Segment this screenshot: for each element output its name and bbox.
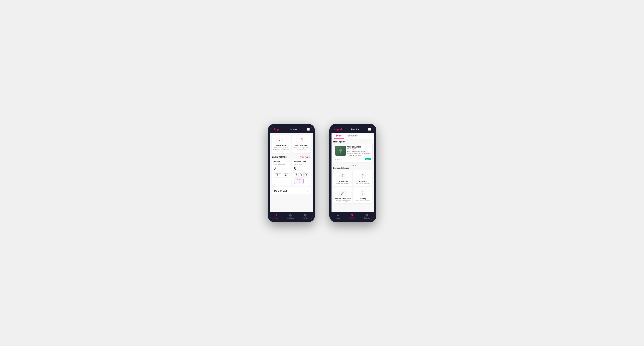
drill-description: Play 1 shot at each target yardage. If y… [348,150,370,157]
drill-title: Wedge Ladder [348,146,370,148]
dot-4 [355,165,356,166]
arg-label: ARG [305,173,308,174]
svg-point-19 [363,176,363,176]
tee-title: Off The Tee [338,180,348,182]
rounds-title: Rounds [274,161,289,163]
nav-activities-label: Activities [287,217,294,219]
short-icon-area [339,189,347,197]
practice-label: Practice [284,173,288,174]
svg-point-26 [344,193,344,193]
logo-home: clippd [273,128,280,131]
svg-point-31 [362,191,363,192]
app-label: APP [300,173,303,174]
nav-activities-label-2: Activities [349,217,356,219]
nav-capture[interactable]: Capture [302,214,308,219]
view-activity-link[interactable]: View Activity [300,156,310,158]
practice-content: Most Popular [332,139,374,212]
shots-label: ⊙ 9 shots [335,158,342,160]
add-practice-title: Add Practice [295,144,308,147]
approach-icon-area [359,172,367,180]
add-practice-card[interactable]: Add Practice Capture your practice off-t… [292,135,311,153]
nav-home-practice[interactable]: Home [336,214,340,219]
skill-off-the-tee[interactable]: Off The Tee Power and accuracy [333,170,352,186]
app-cell: APP 4 [299,172,304,177]
skill-approach[interactable]: Approach Dial-in to hit the green [354,170,372,186]
activities-nav-icon [289,214,292,217]
nav-activities-practice[interactable]: Activities [349,214,356,219]
drills-grid: OTT 0 APP 4 ARG 0 [294,172,309,184]
rounds-total: 0 [274,166,289,171]
putt-value: 4 [295,180,303,183]
ott-value: 0 [295,174,298,176]
app-badge: APP [365,158,370,160]
featured-drill-wrapper: Wedge Ladder 50–100 yds Play 1 shot at e… [333,144,372,164]
home-nav-icon [275,214,278,217]
nav-home-label: Home [274,217,279,219]
svg-point-14 [360,173,366,179]
home-nav-icon-2 [336,214,340,217]
drills-title: Practice Drills [294,161,309,163]
nav-activities[interactable]: Activities [287,214,294,219]
nav-capture-label: Capture [302,217,308,219]
putt-cell: PUTT 4 [294,178,304,184]
app-value: 4 [300,174,303,176]
add-round-icon [279,137,284,143]
skill-around-green[interactable]: Around The Green Hone your short game [333,187,352,203]
explore-label: Explore skill areas [333,167,372,169]
putt-title: Putting [360,198,366,200]
hamburger-menu-practice[interactable] [368,128,371,131]
approach-sub: Dial-in to hit the green [356,183,370,184]
svg-point-17 [363,175,364,175]
golf-bag-row[interactable]: My Golf Bag › [272,187,311,194]
capture-nav-icon [304,214,307,217]
nav-capture-practice[interactable]: Capture [364,214,370,219]
tab-favourites[interactable]: Favourites [344,133,360,139]
drills-box: Practice Drills Drills Capture 8 OTT 0 A… [292,159,311,186]
hamburger-menu[interactable] [307,128,310,131]
top-bar-practice: clippd Practice [332,126,374,133]
circle-icon: ⊙ [335,158,337,160]
svg-point-15 [362,174,363,175]
stats-container: Rounds Rounds Capture 0 Tournament 0 Pra… [270,159,313,187]
add-practice-icon [299,137,304,143]
nav-capture-label-2: Capture [364,217,370,219]
stats-header: Last 3 Months View Activity [270,155,313,159]
drills-total: 8 [294,166,309,171]
carousel-dots [333,165,372,166]
dot-1 [350,165,351,166]
most-popular-label: Most Popular [333,141,372,143]
svg-point-24 [342,193,343,194]
svg-point-25 [343,192,344,193]
tournament-value: 0 [274,174,281,176]
skill-putting[interactable]: Putting Make and lag practice [354,187,372,203]
home-content: Add Round Record your shots in fast or e… [270,133,313,212]
tab-drills[interactable]: Drills [334,133,344,139]
nav-home[interactable]: Home [274,214,279,219]
drill-card-inner: Wedge Ladder 50–100 yds Play 1 shot at e… [335,146,370,157]
page-title-practice: Practice [351,128,360,131]
putt-icon-area [359,189,367,197]
drill-footer: ⊙ 9 shots APP [335,158,370,160]
svg-point-20 [364,176,364,176]
svg-point-21 [362,177,363,178]
golf-bag-title: My Golf Bag [274,190,287,192]
svg-point-23 [341,194,342,195]
top-bar-home: clippd Home [270,126,313,133]
svg-point-28 [362,194,363,195]
featured-drill-card[interactable]: Wedge Ladder 50–100 yds Play 1 shot at e… [333,144,372,162]
tournament-label: Tournament [274,173,281,174]
practice-cell: Practice 0 [282,172,289,177]
practice-value: 0 [284,174,288,176]
favourite-star-icon[interactable]: ☆ [369,145,371,148]
add-round-card[interactable]: Add Round Record your shots in fast or e… [272,135,290,153]
svg-point-13 [342,174,343,175]
drill-info: Wedge Ladder 50–100 yds Play 1 shot at e… [348,146,370,157]
page-title-home: Home [290,128,297,131]
add-round-title: Add Round [276,144,286,147]
short-title: Around The Green [335,198,351,200]
stats-section-title: Last 3 Months [272,156,287,158]
tee-icon-area [339,172,347,180]
dot-2 [352,165,352,166]
tee-sub: Power and accuracy [336,183,349,184]
purple-accent-bar [372,144,372,164]
